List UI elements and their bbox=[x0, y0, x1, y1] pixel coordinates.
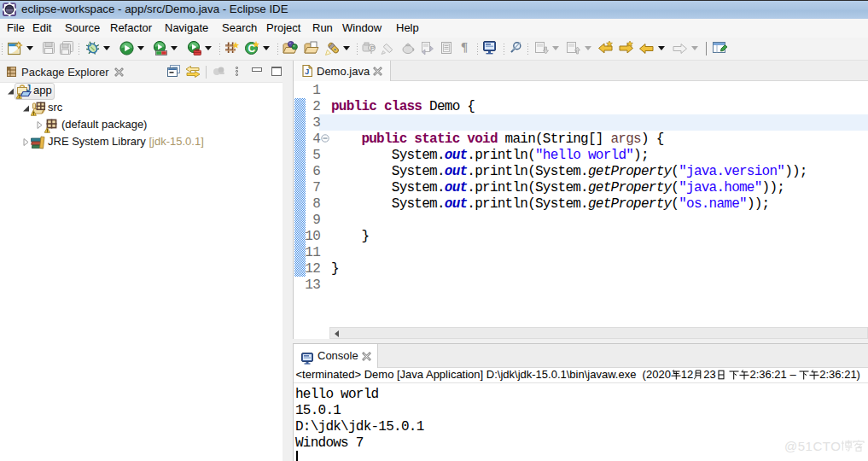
svg-text:J: J bbox=[305, 67, 309, 76]
svg-text:J: J bbox=[26, 84, 32, 93]
svg-text:P: P bbox=[370, 44, 375, 52]
